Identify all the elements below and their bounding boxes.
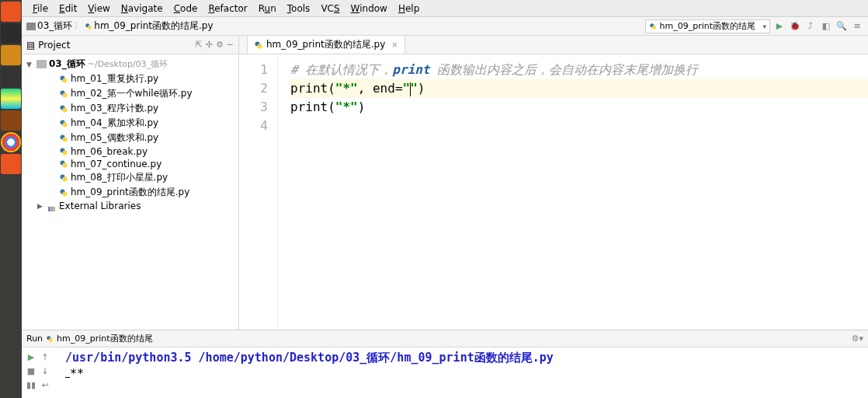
- svg-point-13: [63, 137, 68, 141]
- menu-code[interactable]: Code: [169, 2, 203, 16]
- tree-file[interactable]: hm_03_程序计数.py: [22, 101, 238, 116]
- run-panel: Run hm_09_print函数的结尾 ⚙▾ ▶ ↑ ■ ↓ ▮▮ ↩: [22, 330, 868, 398]
- close-icon[interactable]: ×: [391, 40, 398, 49]
- run-output[interactable]: /usr/bin/python3.5 /home/python/Desktop/…: [59, 347, 868, 398]
- launcher-ubuntu-icon[interactable]: [1, 2, 21, 22]
- launcher-files-icon[interactable]: [1, 45, 21, 65]
- tree-root-label: 03_循环: [49, 58, 85, 71]
- menu-navigate[interactable]: Navigate: [116, 2, 168, 16]
- search-button[interactable]: 🔍: [835, 20, 848, 33]
- svg-point-15: [63, 151, 68, 155]
- wrap-icon[interactable]: ↩: [39, 379, 51, 391]
- toolbar-icon[interactable]: ≡: [851, 20, 863, 33]
- code-editor[interactable]: 1 2 3 4 # 在默认情况下，print 函数输出内容之后，会自动在内容末尾…: [239, 54, 868, 330]
- menu-run[interactable]: Run: [254, 2, 281, 16]
- tree-file[interactable]: hm_08_打印小星星.py: [22, 170, 238, 185]
- python-file-icon: [59, 188, 68, 197]
- python-file-icon: [59, 173, 68, 183]
- breadcrumb: 03_循环 〉 hm_09_print函数的结尾.py: [26, 19, 214, 33]
- run-command-line: /usr/bin/python3.5 /home/python/Desktop/…: [65, 351, 862, 365]
- file-label: hm_04_累加求和.py: [71, 117, 158, 130]
- up-icon[interactable]: ↑: [39, 351, 51, 363]
- run-config-select[interactable]: hm_09_print函数的结尾: [645, 19, 770, 33]
- down-icon[interactable]: ↓: [39, 365, 51, 377]
- debug-button[interactable]: 🐞: [789, 20, 801, 33]
- svg-point-19: [63, 176, 68, 181]
- gear-icon[interactable]: ⚙: [216, 40, 224, 50]
- tree-root[interactable]: ▼ 03_循环 ~/Desktop/03_循环: [22, 57, 238, 72]
- menu-tools[interactable]: Tools: [283, 2, 315, 16]
- run-config-label: hm_09_print函数的结尾: [659, 20, 755, 32]
- code-line[interactable]: # 在默认情况下，print 函数输出内容之后，会自动在内容末尾增加换行: [290, 61, 868, 79]
- tree-file[interactable]: hm_05_偶数求和.py: [22, 131, 238, 145]
- tab-label: hm_09_print函数的结尾.py: [266, 38, 385, 51]
- file-label: hm_06_break.py: [71, 146, 148, 157]
- folder-icon: [26, 23, 36, 30]
- launcher-pycharm-icon[interactable]: [1, 89, 21, 109]
- navigation-bar: 03_循环 〉 hm_09_print函数的结尾.py hm_09_print函…: [22, 17, 868, 36]
- ide-window: File Edit View Navigate Code Refactor Ru…: [22, 0, 868, 398]
- launcher-terminal-icon[interactable]: [1, 23, 21, 44]
- breadcrumb-folder[interactable]: 03_循环: [37, 19, 72, 33]
- line-number: 3: [239, 98, 268, 117]
- editor-tab[interactable]: hm_09_print函数的结尾.py ×: [247, 35, 405, 54]
- project-pane-title: Project: [38, 40, 70, 51]
- tree-file[interactable]: hm_09_print函数的结尾.py: [22, 185, 238, 200]
- python-file-icon: [59, 134, 68, 143]
- gutter: 1 2 3 4: [239, 54, 278, 330]
- project-header: ▤ Project ⇱ ✢ ⚙ −: [22, 36, 238, 54]
- run-panel-header: Run hm_09_print函数的结尾 ⚙▾: [22, 330, 868, 347]
- tree-file[interactable]: hm_02_第一个while循环.py: [22, 86, 238, 101]
- launcher-app-icon[interactable]: [1, 154, 21, 174]
- launcher-chrome-icon[interactable]: [1, 132, 21, 152]
- menu-window[interactable]: Window: [346, 2, 392, 16]
- code-line[interactable]: print("*", end=""): [290, 79, 868, 98]
- tree-file[interactable]: hm_06_break.py: [22, 145, 238, 158]
- tree-file[interactable]: hm_04_累加求和.py: [22, 116, 238, 131]
- menu-refactor[interactable]: Refactor: [203, 2, 252, 16]
- settings-icon[interactable]: ✢: [206, 40, 213, 50]
- run-button[interactable]: ▶: [773, 20, 786, 33]
- expand-arrow-icon[interactable]: ▶: [37, 202, 45, 210]
- expand-arrow-icon[interactable]: ▼: [26, 61, 34, 68]
- python-icon: [649, 23, 657, 30]
- python-file-icon: [59, 159, 68, 169]
- libraries-icon: [47, 202, 57, 210]
- menu-vcs[interactable]: VCS: [316, 2, 344, 16]
- menu-help[interactable]: Help: [394, 2, 424, 16]
- stop-button[interactable]: ■: [25, 365, 37, 377]
- editor-area: hm_09_print函数的结尾.py × 1 2 3 4 # 在默认情况下，p…: [239, 36, 868, 330]
- toolbar-icon[interactable]: ◧: [820, 20, 832, 33]
- run-config-name: hm_09_print函数的结尾: [57, 333, 153, 344]
- collapse-icon[interactable]: ⇱: [195, 40, 202, 50]
- python-file-icon: [254, 40, 263, 50]
- tree-external-libs[interactable]: ▶ External Libraries: [22, 200, 238, 212]
- gear-icon[interactable]: ⚙▾: [852, 333, 863, 344]
- menu-bar: File Edit View Navigate Code Refactor Ru…: [22, 0, 868, 17]
- tree-file[interactable]: hm_01_重复执行.py: [22, 72, 238, 86]
- menu-view[interactable]: View: [83, 2, 114, 16]
- python-file-icon: [85, 23, 92, 30]
- toolbar-icon[interactable]: ⤴: [804, 20, 817, 33]
- rerun-button[interactable]: ▶: [25, 351, 37, 363]
- code-content[interactable]: # 在默认情况下，print 函数输出内容之后，会自动在内容末尾增加换行 pri…: [278, 54, 868, 330]
- svg-point-9: [63, 107, 68, 112]
- file-label: hm_09_print函数的结尾.py: [71, 186, 189, 199]
- code-line[interactable]: print("*"): [290, 98, 868, 117]
- editor-tabs: hm_09_print函数的结尾.py ×: [239, 36, 868, 54]
- menu-edit[interactable]: Edit: [54, 2, 82, 16]
- svg-point-25: [49, 337, 53, 341]
- hide-icon[interactable]: −: [227, 40, 234, 50]
- pause-icon[interactable]: ▮▮: [25, 379, 37, 391]
- tree-file[interactable]: hm_07_continue.py: [22, 158, 238, 170]
- svg-point-23: [258, 44, 262, 48]
- project-tree: ▼ 03_循环 ~/Desktop/03_循环 hm_01_重复执行.pyhm_…: [22, 54, 238, 330]
- python-file-icon: [59, 147, 68, 156]
- code-line[interactable]: [290, 117, 868, 135]
- project-pane-icon: ▤: [26, 40, 35, 51]
- svg-point-17: [63, 163, 68, 168]
- breadcrumb-file[interactable]: hm_09_print函数的结尾.py: [94, 19, 213, 33]
- menu-file[interactable]: File: [28, 2, 53, 16]
- launcher-app-icon[interactable]: [1, 67, 21, 87]
- launcher-app-icon[interactable]: [1, 110, 21, 131]
